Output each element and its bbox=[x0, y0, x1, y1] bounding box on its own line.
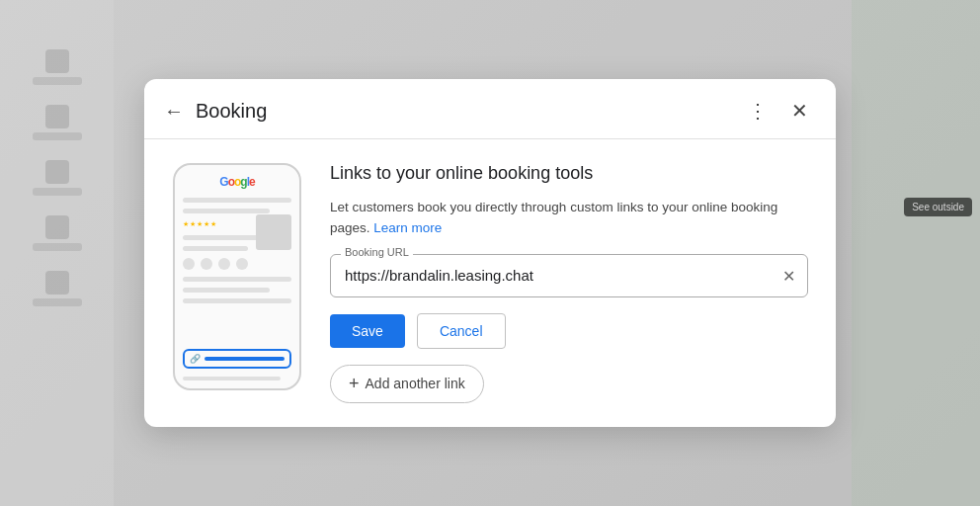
phone-icon-1 bbox=[183, 258, 195, 270]
modal-header: ← Booking ⋮ ✕ bbox=[144, 79, 836, 139]
star-2: ★ bbox=[190, 220, 196, 228]
star-3: ★ bbox=[197, 220, 203, 228]
phone-bottom-line bbox=[204, 357, 285, 361]
phone-illustration: Google ★ ★ ★ ★ ★ bbox=[168, 163, 306, 403]
modal-backdrop: ← Booking ⋮ ✕ Google bbox=[0, 0, 980, 506]
save-button[interactable]: Save bbox=[330, 314, 405, 348]
phone-booking-bar: 🔗 bbox=[183, 349, 291, 369]
phone-line-2 bbox=[183, 209, 270, 213]
booking-content: Links to your online booking tools Let c… bbox=[330, 163, 808, 403]
learn-more-link[interactable]: Learn more bbox=[373, 220, 442, 235]
phone-line-6 bbox=[183, 288, 270, 293]
phone-link-icon: 🔗 bbox=[190, 354, 201, 364]
close-icon: ✕ bbox=[791, 99, 808, 123]
phone-line-7 bbox=[183, 298, 291, 303]
phone-icon-4 bbox=[236, 258, 248, 270]
phone-line-1 bbox=[183, 198, 291, 203]
star-4: ★ bbox=[204, 220, 209, 228]
booking-modal: ← Booking ⋮ ✕ Google bbox=[144, 79, 836, 427]
action-row: Save Cancel bbox=[330, 313, 808, 349]
phone-icon-3 bbox=[218, 258, 230, 270]
cancel-button[interactable]: Cancel bbox=[417, 313, 506, 349]
add-link-label: Add another link bbox=[366, 376, 465, 391]
url-field-label: Booking URL bbox=[341, 246, 413, 258]
booking-heading: Links to your online booking tools bbox=[330, 163, 808, 184]
phone-footer-line bbox=[183, 377, 281, 380]
plus-icon: + bbox=[349, 374, 360, 394]
phone-icon-2 bbox=[201, 258, 212, 270]
google-logo: Google bbox=[183, 175, 291, 189]
back-arrow-icon: ← bbox=[164, 100, 184, 123]
add-another-link-button[interactable]: + Add another link bbox=[330, 365, 484, 403]
back-button[interactable]: ← bbox=[160, 96, 188, 126]
more-icon: ⋮ bbox=[748, 99, 768, 123]
phone-frame: Google ★ ★ ★ ★ ★ bbox=[173, 163, 301, 390]
close-button[interactable]: ✕ bbox=[783, 95, 816, 126]
star-1: ★ bbox=[183, 220, 189, 228]
star-5: ★ bbox=[210, 220, 216, 228]
phone-line-4 bbox=[183, 246, 248, 251]
clear-icon: ✕ bbox=[782, 266, 795, 285]
booking-url-input[interactable] bbox=[345, 267, 764, 284]
phone-image bbox=[256, 214, 291, 250]
url-clear-button[interactable]: ✕ bbox=[780, 264, 797, 287]
phone-icon-row bbox=[183, 258, 291, 270]
modal-body: Google ★ ★ ★ ★ ★ bbox=[144, 139, 836, 427]
booking-description: Let customers book you directly through … bbox=[330, 198, 808, 238]
more-options-button[interactable]: ⋮ bbox=[740, 95, 776, 126]
phone-line-5 bbox=[183, 277, 291, 282]
url-field-wrapper: Booking URL ✕ bbox=[330, 254, 808, 297]
modal-title: Booking bbox=[196, 100, 732, 123]
